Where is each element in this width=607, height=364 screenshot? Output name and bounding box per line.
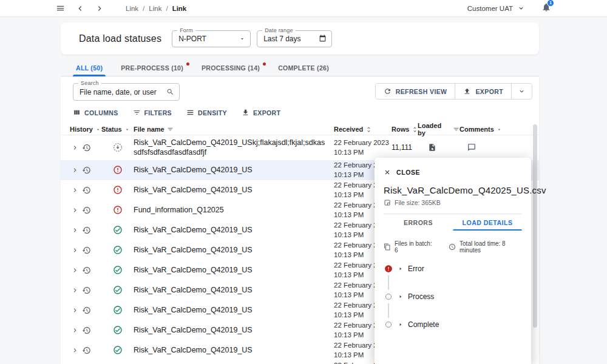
history-icon[interactable]	[82, 186, 91, 195]
grid-toolbar: COLUMNS FILTERS DENSITY EXPORT	[61, 104, 539, 122]
density-button[interactable]: DENSITY	[181, 106, 232, 119]
timeline-step-error[interactable]: Error	[384, 265, 522, 273]
column-header-comments[interactable]: Comments	[459, 126, 539, 133]
expand-row-chevron-icon[interactable]	[71, 206, 79, 214]
grid-controls-row: Search File name, date, or user REFRESH …	[61, 77, 539, 104]
expand-row-chevron-icon[interactable]	[71, 186, 79, 194]
hamburger-menu-icon[interactable]	[56, 4, 65, 13]
status-complete-icon	[113, 265, 123, 275]
expand-row-chevron-icon[interactable]	[71, 306, 79, 314]
timeline-step-complete[interactable]: Complete	[384, 320, 522, 329]
rows-cell: 11,111	[392, 143, 418, 152]
history-icon[interactable]	[82, 266, 91, 275]
history-icon[interactable]	[82, 306, 91, 315]
tab-processing[interactable]: PROCESSING (14)	[192, 60, 269, 76]
export-options-dropdown[interactable]	[511, 84, 532, 99]
column-header-file-name[interactable]: File name	[134, 126, 334, 133]
tab-all[interactable]: ALL (50)	[67, 60, 112, 76]
dropdown-arrow-icon	[239, 36, 245, 42]
vertical-scrollbar[interactable]	[533, 124, 537, 328]
close-panel-button[interactable]: CLOSE	[384, 169, 522, 176]
expand-row-chevron-icon[interactable]	[71, 246, 79, 254]
file-size-row: File size: 365KB	[384, 199, 522, 206]
column-header-status[interactable]: Status	[101, 126, 134, 133]
expand-row-chevron-icon[interactable]	[71, 266, 79, 274]
column-menu-caret-icon[interactable]	[497, 127, 502, 132]
page-header-card: Data load statuses Form N-PORT Date rang…	[61, 22, 539, 55]
loaded-by-document-icon[interactable]	[428, 143, 436, 152]
alert-dot	[186, 62, 189, 66]
tab-load-details[interactable]: LOAD DETAILS	[453, 214, 522, 231]
history-icon[interactable]	[82, 286, 91, 295]
expand-row-chevron-icon[interactable]	[71, 226, 79, 234]
file-name-cell: Risk_VaR_CalcDemo_Q42019_US	[134, 183, 334, 197]
refresh-view-button[interactable]: REFRESH VIEW	[376, 84, 455, 99]
tab-pre-process[interactable]: PRE-PROCESS (10)	[112, 60, 192, 76]
grid-export-button[interactable]: EXPORT	[237, 106, 285, 119]
upload-icon	[463, 87, 471, 95]
expand-row-chevron-icon[interactable]	[71, 346, 79, 354]
comment-icon[interactable]	[467, 143, 476, 152]
file-icon	[384, 199, 391, 206]
filter-icon	[133, 109, 141, 116]
sort-icon[interactable]	[365, 126, 372, 133]
filter-list-icon[interactable]	[167, 126, 174, 133]
load-timeline: Error Process	[384, 265, 522, 329]
account-label: Customer UAT	[467, 5, 513, 12]
form-select-value: N-PORT	[178, 35, 206, 43]
export-button[interactable]: EXPORT	[455, 84, 511, 99]
chevron-down-icon	[518, 88, 525, 95]
back-chevron-icon[interactable]	[76, 4, 84, 13]
column-header-received[interactable]: Received	[334, 126, 392, 133]
columns-button[interactable]: COLUMNS	[68, 106, 123, 119]
notifications-button[interactable]: 1	[541, 2, 551, 15]
file-name-cell: Risk_VaR_CalcDemo_Q42019_US	[134, 163, 334, 177]
breadcrumb-link-2[interactable]: Link	[149, 5, 161, 12]
filters-button[interactable]: FILTERS	[128, 106, 177, 119]
expand-row-chevron-icon[interactable]	[71, 166, 79, 174]
notification-badge: 1	[547, 0, 554, 7]
refresh-icon	[384, 87, 392, 95]
status-error-icon	[113, 205, 123, 215]
forward-chevron-icon[interactable]	[95, 4, 104, 13]
history-icon[interactable]	[82, 206, 91, 215]
history-icon[interactable]	[82, 226, 91, 235]
breadcrumb-link-3[interactable]: Link	[172, 5, 187, 12]
account-menu[interactable]: Customer UAT	[467, 5, 524, 12]
column-header-history[interactable]: History	[70, 126, 101, 133]
expand-row-chevron-icon[interactable]	[71, 326, 79, 334]
history-icon[interactable]	[82, 346, 91, 355]
file-name-cell: Risk_VaR_CalcDemo_Q42019_US	[134, 343, 334, 357]
chevron-down-icon	[518, 5, 524, 12]
timeline-step-process[interactable]: Process	[384, 292, 522, 301]
table-row[interactable]: Risk_VaR_CalcDemo_Q42019_USkj;flakajsdl;…	[61, 135, 539, 160]
status-complete-icon	[113, 345, 123, 355]
column-header-loaded-by[interactable]: Loaded by	[418, 122, 459, 136]
column-header-rows[interactable]: Rows	[392, 126, 418, 133]
expand-row-chevron-icon[interactable]	[71, 286, 79, 294]
status-complete-icon	[113, 285, 123, 295]
form-select[interactable]: Form N-PORT	[172, 30, 251, 47]
file-detail-panel: CLOSE Risk_VaR_CalcDemo_Q42025_US.csv Fi…	[375, 158, 531, 364]
screen: Link / Link / Link Customer UAT 1	[0, 0, 607, 364]
view-actions-group: REFRESH VIEW EXPORT	[375, 83, 532, 99]
column-menu-caret-icon[interactable]	[95, 127, 101, 132]
filter-list-icon[interactable]	[453, 126, 459, 133]
column-menu-caret-icon[interactable]	[124, 127, 130, 132]
history-icon[interactable]	[82, 326, 91, 335]
load-summary-row: Files in batch: 6 Total load time: 8 min…	[384, 240, 522, 254]
history-icon[interactable]	[82, 246, 91, 255]
top-app-bar: Link / Link / Link Customer UAT 1	[0, 0, 607, 17]
date-range-picker[interactable]: Date range Last 7 days	[257, 30, 332, 47]
history-icon[interactable]	[82, 143, 91, 152]
history-icon[interactable]	[82, 166, 91, 175]
tab-errors[interactable]: ERRORS	[384, 214, 453, 231]
total-load-time: Total load time: 8 minutes	[449, 240, 522, 254]
breadcrumb: Link / Link / Link	[126, 5, 186, 12]
search-input[interactable]: Search File name, date, or user	[73, 83, 180, 101]
expand-row-chevron-icon[interactable]	[71, 144, 79, 152]
page-title: Data load statuses	[79, 33, 161, 44]
file-name-cell: Risk_VaR_CalcDemo_Q42019_US	[134, 243, 334, 257]
tab-complete[interactable]: COMPLETE (26)	[269, 60, 338, 76]
breadcrumb-link-1[interactable]: Link	[126, 5, 138, 12]
